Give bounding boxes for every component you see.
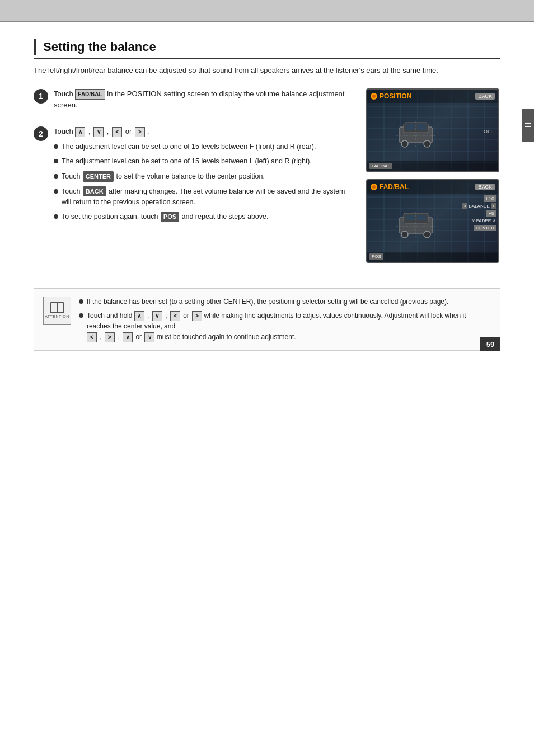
svg-point-15: [401, 140, 408, 147]
screen-1-title-text: POSITION: [380, 92, 411, 100]
arrow-left-btn: <: [112, 127, 122, 137]
svg-point-37: [424, 231, 430, 238]
svg-point-16: [424, 140, 430, 147]
screen-1-icon: [371, 93, 377, 100]
screen-1-header: POSITION BACK: [367, 90, 498, 103]
bullet-dot-2: [54, 159, 58, 163]
att-arrow-right: >: [192, 311, 202, 321]
screen-1-mockup: POSITION BACK: [366, 88, 499, 172]
attention-box: ATTENTION If the balance has been set (t…: [34, 288, 500, 351]
section-description: The left/right/front/rear balance can be…: [34, 65, 500, 76]
balance-value: L10: [484, 196, 496, 201]
screen-1-fadbal-btn: FAD/BAL: [369, 163, 392, 169]
bullet-dot-5: [54, 214, 58, 219]
hr-before-attention: [34, 280, 500, 280]
steps-left: 1 Touch FAD/BAL in the POSITION setting …: [34, 88, 355, 263]
bullet-4-text: Touch BACK after making changes. The set…: [62, 186, 355, 208]
screen-1-bottom: FAD/BAL: [367, 161, 498, 171]
att-dot-2: [79, 313, 83, 318]
screen-mockups: POSITION BACK: [366, 88, 500, 263]
section-title: Setting the balance: [43, 40, 156, 54]
steps-container: 1 Touch FAD/BAL in the POSITION setting …: [34, 88, 500, 263]
att-text-suffix: must be touched again to continue adjust…: [157, 333, 296, 341]
screen-1-off-label: OFF: [484, 129, 494, 134]
fader-value: F8: [486, 210, 496, 216]
bullet-5: To set the position again, touch POS and…: [54, 212, 355, 222]
screen-2-icon-inner: [372, 185, 376, 189]
screen-2-icon: [371, 184, 377, 190]
bullet-5-text: To set the position again, touch POS and…: [62, 212, 269, 222]
svg-point-36: [401, 231, 408, 238]
step-2-touch-label: Touch: [54, 127, 73, 135]
screen-2-title-text: FAD/BAL: [380, 183, 409, 191]
car-icon-1: [394, 116, 438, 149]
fad-bal-button-label: FAD/BAL: [75, 89, 105, 100]
bullet-dot-3: [54, 174, 58, 179]
svg-rect-38: [406, 215, 415, 220]
screen-1-title: POSITION: [371, 92, 411, 100]
attention-bullet-2: Touch and hold ∧ , ∨ , < or > while maki…: [79, 311, 491, 343]
step-2-bullets: The adjustment level can be set to one o…: [54, 142, 355, 223]
svg-rect-39: [417, 215, 426, 220]
step-2-content: Touch ∧ , ∨ , < or > . The adjustment: [54, 126, 355, 227]
step-2-number: 2: [34, 126, 48, 141]
step-1: 1 Touch FAD/BAL in the POSITION setting …: [34, 88, 355, 115]
bullet-2-text: The adjustment level can be set to one o…: [62, 156, 312, 167]
svg-rect-17: [406, 124, 415, 130]
center-button: CENTER: [83, 171, 114, 182]
screen-2-header: FAD/BAL BACK: [367, 180, 498, 194]
att-dot-1: [79, 299, 83, 304]
screen-2-back: BACK: [475, 184, 495, 190]
bullet-dot-4: [54, 189, 58, 194]
step-1-number: 1: [34, 89, 48, 104]
svg-rect-18: [417, 124, 426, 130]
screen-2-title: FAD/BAL: [371, 183, 409, 191]
attention-icon: ATTENTION: [43, 297, 71, 325]
center-control: CENTER: [474, 225, 496, 231]
step-2-text: Touch ∧ , ∨ , < or > .: [54, 126, 355, 137]
att-arrow-up: ∧: [134, 311, 144, 321]
attention-text-2: Touch and hold ∧ , ∨ , < or > while maki…: [87, 311, 491, 343]
screen-2-controls: L10 < BALANCE > F8 ∨ FADER ∧: [462, 196, 496, 231]
bullet-3-text: Touch CENTER to set the volume balance t…: [62, 171, 265, 182]
balance-control: < BALANCE >: [462, 203, 496, 209]
step-1-text-before: Touch: [54, 90, 73, 98]
heading-bar: [34, 39, 36, 55]
att-arrow-left-2: <: [87, 332, 97, 342]
arrow-up-btn: ∧: [75, 127, 85, 137]
att-arrow-left: <: [170, 311, 180, 321]
step-2: 2 Touch ∧ , ∨ , < or > .: [34, 126, 355, 227]
att-arrow-down-2: ∨: [144, 332, 154, 342]
att-arrow-down: ∨: [152, 311, 162, 321]
main-content: Setting the balance The left/right/front…: [0, 22, 534, 368]
arrow-down-btn: ∨: [93, 127, 104, 137]
arrow-right-btn: >: [135, 127, 145, 137]
att-touch-hold: Touch and hold: [87, 312, 132, 320]
car-icon-2: [394, 206, 438, 240]
bullet-4: Touch BACK after making changes. The set…: [54, 186, 355, 208]
bullet-1-text: The adjustment level can be set to one o…: [62, 142, 316, 152]
att-arrow-up-2: ∧: [123, 332, 133, 342]
att-arrow-right-2: >: [105, 332, 115, 342]
step-1-text: Touch FAD/BAL in the POSITION setting sc…: [54, 88, 355, 111]
attention-content: If the balance has been set (to a settin…: [79, 297, 491, 343]
screen-2-pos-btn: POS: [369, 253, 383, 260]
screen-1-car-area: [378, 105, 453, 160]
screen-1-back: BACK: [475, 93, 495, 100]
bullet-1: The adjustment level can be set to one o…: [54, 142, 355, 152]
section-heading: Setting the balance: [34, 39, 500, 59]
screen-1-icon-inner: [372, 95, 376, 98]
bullet-3: Touch CENTER to set the volume balance t…: [54, 171, 355, 182]
pos-button: POS: [161, 212, 179, 222]
top-bar: [0, 0, 534, 21]
attention-label: ATTENTION: [45, 314, 69, 318]
screen-2-mockup: FAD/BAL BACK: [366, 179, 499, 263]
attention-bullet-1: If the balance has been set (to a settin…: [79, 297, 491, 307]
page-number: 59: [480, 337, 500, 351]
bullet-2: The adjustment level can be set to one o…: [54, 156, 355, 167]
back-button: BACK: [83, 186, 106, 197]
attention-book-icon: [50, 302, 64, 313]
fader-control: ∨ FADER ∧: [472, 218, 496, 223]
attention-text-1: If the balance has been set (to a settin…: [87, 297, 448, 307]
step-1-content: Touch FAD/BAL in the POSITION setting sc…: [54, 88, 355, 115]
